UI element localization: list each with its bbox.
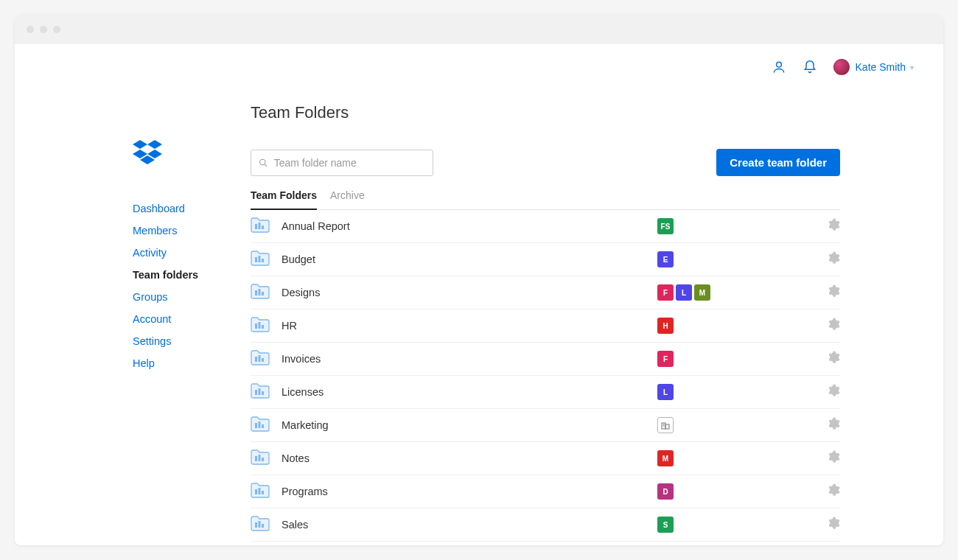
folder-row[interactable]: HRH xyxy=(251,309,840,343)
folder-settings-button[interactable] xyxy=(827,251,840,267)
svg-point-6 xyxy=(260,159,265,164)
folder-row[interactable]: SalesS xyxy=(251,508,840,542)
folder-settings-button[interactable] xyxy=(827,517,840,533)
dropbox-logo-icon[interactable] xyxy=(133,140,251,168)
folder-row[interactable]: NotesM xyxy=(251,442,840,475)
member-badge: L xyxy=(676,284,692,301)
gear-icon xyxy=(827,417,840,430)
member-badge xyxy=(657,417,674,433)
window-control-dot xyxy=(40,26,47,33)
search-box[interactable] xyxy=(251,150,433,176)
folder-settings-button[interactable] xyxy=(827,450,840,466)
tab-team-folders[interactable]: Team Folders xyxy=(251,189,317,210)
account-icon[interactable] xyxy=(772,60,786,74)
search-input[interactable] xyxy=(274,157,425,169)
member-badge: E xyxy=(657,251,674,267)
svg-rect-16 xyxy=(262,292,264,295)
svg-point-0 xyxy=(776,62,781,67)
svg-rect-14 xyxy=(255,290,257,295)
gear-icon xyxy=(827,483,840,497)
folder-badges: FS xyxy=(657,218,716,234)
svg-rect-38 xyxy=(262,491,264,494)
create-team-folder-button[interactable]: Create team folder xyxy=(716,149,840,176)
folder-name: Programs xyxy=(282,486,657,497)
folder-badges: F xyxy=(657,351,716,367)
svg-rect-19 xyxy=(262,325,264,329)
folder-settings-button[interactable] xyxy=(827,284,840,301)
sidebar-item-members[interactable]: Members xyxy=(133,220,251,242)
folder-settings-button[interactable] xyxy=(827,318,840,334)
folder-badges: S xyxy=(657,517,716,533)
folder-badges: E xyxy=(657,251,716,267)
user-menu[interactable]: Kate Smith ▾ xyxy=(833,59,914,75)
gear-icon xyxy=(827,218,840,231)
gear-icon xyxy=(827,384,840,397)
svg-rect-12 xyxy=(259,256,261,262)
folder-badges: D xyxy=(657,483,716,500)
svg-rect-35 xyxy=(262,458,264,461)
folder-badges: M xyxy=(657,450,716,466)
sidebar-item-activity[interactable]: Activity xyxy=(133,242,251,264)
svg-marker-1 xyxy=(133,140,147,149)
folder-row[interactable]: ProgramsD xyxy=(251,475,840,508)
team-folder-icon xyxy=(251,515,270,531)
app-window: Kate Smith ▾ DashboardMembersActivityTea… xyxy=(15,15,943,545)
gear-icon xyxy=(827,251,840,265)
folder-settings-button[interactable] xyxy=(827,351,840,367)
sidebar-item-dashboard[interactable]: Dashboard xyxy=(133,197,251,220)
sidebar-item-account[interactable]: Account xyxy=(133,308,251,330)
svg-line-7 xyxy=(265,164,267,166)
sidebar-item-groups[interactable]: Groups xyxy=(133,286,251,308)
folder-settings-button[interactable] xyxy=(827,384,840,400)
gear-icon xyxy=(827,318,840,331)
folder-settings-button[interactable] xyxy=(827,218,840,234)
folder-name: Licenses xyxy=(282,386,657,398)
folder-name: Sales xyxy=(282,519,657,531)
folder-badges xyxy=(657,417,716,433)
svg-marker-2 xyxy=(147,140,162,149)
svg-rect-25 xyxy=(262,391,264,395)
svg-rect-18 xyxy=(259,322,261,329)
team-folder-icon xyxy=(251,382,270,399)
gear-icon xyxy=(827,284,840,298)
team-folder-icon xyxy=(251,250,270,266)
member-badge: L xyxy=(657,384,674,400)
folder-row[interactable]: BudgetE xyxy=(251,243,840,276)
tabs: Team FoldersArchive xyxy=(251,189,840,210)
sidebar-item-help[interactable]: Help xyxy=(133,352,251,374)
svg-rect-36 xyxy=(255,489,257,494)
svg-rect-30 xyxy=(665,424,669,429)
folder-settings-button[interactable] xyxy=(827,417,840,433)
folder-list: Annual ReportFS BudgetE DesignsFLM HRH I… xyxy=(251,210,840,542)
folder-row[interactable]: LicensesL xyxy=(251,376,840,409)
svg-rect-11 xyxy=(255,257,257,262)
member-badge: F xyxy=(657,284,674,301)
main-content: Team Folders Create team folder Team Fol… xyxy=(251,59,943,545)
svg-rect-27 xyxy=(259,421,261,428)
notifications-icon[interactable] xyxy=(803,60,817,74)
svg-rect-21 xyxy=(259,355,261,362)
member-badge: M xyxy=(657,450,674,466)
controls-row: Create team folder xyxy=(251,149,840,176)
folder-row[interactable]: Marketing xyxy=(251,409,840,442)
tab-archive[interactable]: Archive xyxy=(330,189,365,209)
team-folder-icon xyxy=(251,316,270,332)
team-folder-icon xyxy=(251,416,270,432)
sidebar-item-team-folders[interactable]: Team folders xyxy=(133,264,251,286)
svg-rect-23 xyxy=(255,390,257,395)
folder-settings-button[interactable] xyxy=(827,483,840,500)
folder-row[interactable]: DesignsFLM xyxy=(251,276,840,309)
svg-rect-15 xyxy=(259,289,261,295)
svg-rect-41 xyxy=(262,524,264,528)
folder-name: Annual Report xyxy=(282,220,657,232)
svg-rect-37 xyxy=(259,488,261,494)
team-folder-icon xyxy=(251,283,270,299)
folder-row[interactable]: Annual ReportFS xyxy=(251,210,840,243)
user-name: Kate Smith xyxy=(856,61,906,73)
folder-row[interactable]: InvoicesF xyxy=(251,343,840,376)
svg-rect-26 xyxy=(255,423,257,428)
member-badge: FS xyxy=(657,218,674,234)
sidebar-item-settings[interactable]: Settings xyxy=(133,330,251,352)
svg-rect-24 xyxy=(259,388,261,395)
svg-rect-8 xyxy=(255,224,257,229)
